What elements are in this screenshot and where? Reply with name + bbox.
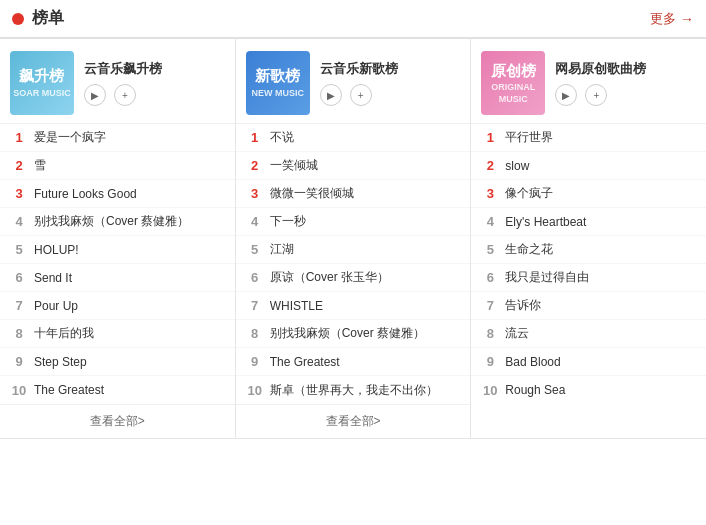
add-button-original[interactable]: + xyxy=(585,84,607,106)
chart-cover-original: 原创榜ORIGINAL MUSIC xyxy=(481,51,545,115)
item-title: The Greatest xyxy=(270,355,461,369)
list-item[interactable]: 8流云 xyxy=(471,320,706,348)
item-title: Bad Blood xyxy=(505,355,696,369)
chart-column-new: 新歌榜NEW MUSIC云音乐新歌榜▶+1不说2一笑倾城3微微一笑很倾城4下一秒… xyxy=(236,39,472,438)
item-title: Rough Sea xyxy=(505,383,696,397)
item-rank: 5 xyxy=(246,242,264,257)
item-rank: 9 xyxy=(481,354,499,369)
item-title: 爱是一个疯字 xyxy=(34,129,225,146)
list-item[interactable]: 9Bad Blood xyxy=(471,348,706,376)
list-item[interactable]: 3微微一笑很倾城 xyxy=(236,180,471,208)
item-title: 别找我麻烦（Cover 蔡健雅） xyxy=(34,213,225,230)
list-item[interactable]: 2一笑倾城 xyxy=(236,152,471,180)
item-rank: 7 xyxy=(10,298,28,313)
list-item[interactable]: 4下一秒 xyxy=(236,208,471,236)
list-item[interactable]: 7WHISTLE xyxy=(236,292,471,320)
item-title: 微微一笑很倾城 xyxy=(270,185,461,202)
list-item[interactable]: 1爱是一个疯字 xyxy=(0,124,235,152)
item-title: Step Step xyxy=(34,355,225,369)
chart-name-soar: 云音乐飙升榜 xyxy=(84,60,162,78)
list-item[interactable]: 6我只是过得自由 xyxy=(471,264,706,292)
list-item[interactable]: 5生命之花 xyxy=(471,236,706,264)
chart-cover-new: 新歌榜NEW MUSIC xyxy=(246,51,310,115)
chart-column-soar: 飙升榜SOAR MUSIC云音乐飙升榜▶+1爱是一个疯字2雪3Future Lo… xyxy=(0,39,236,438)
item-title: 江湖 xyxy=(270,241,461,258)
list-item[interactable]: 10The Greatest xyxy=(0,376,235,404)
item-rank: 6 xyxy=(10,270,28,285)
list-item[interactable]: 3像个疯子 xyxy=(471,180,706,208)
item-rank: 6 xyxy=(481,270,499,285)
list-item[interactable]: 5HOLUP! xyxy=(0,236,235,264)
item-rank: 4 xyxy=(481,214,499,229)
list-item[interactable]: 10斯卓（世界再大，我走不出你） xyxy=(236,376,471,404)
chart-name-original: 网易原创歌曲榜 xyxy=(555,60,646,78)
add-button-soar[interactable]: + xyxy=(114,84,136,106)
red-dot xyxy=(12,13,24,25)
list-item[interactable]: 2slow xyxy=(471,152,706,180)
item-title: Pour Up xyxy=(34,299,225,313)
item-title: Future Looks Good xyxy=(34,187,225,201)
header: 榜单 更多 → xyxy=(0,0,706,39)
more-link[interactable]: 更多 → xyxy=(650,10,694,28)
view-all-new[interactable]: 查看全部> xyxy=(236,404,471,438)
chart-cover-soar: 飙升榜SOAR MUSIC xyxy=(10,51,74,115)
list-item[interactable]: 8十年后的我 xyxy=(0,320,235,348)
chart-column-original: 原创榜ORIGINAL MUSIC网易原创歌曲榜▶+1平行世界2slow3像个疯… xyxy=(471,39,706,438)
item-rank: 4 xyxy=(10,214,28,229)
item-title: The Greatest xyxy=(34,383,225,397)
list-item[interactable]: 7Pour Up xyxy=(0,292,235,320)
item-rank: 10 xyxy=(246,383,264,398)
list-item[interactable]: 5江湖 xyxy=(236,236,471,264)
item-rank: 9 xyxy=(10,354,28,369)
list-item[interactable]: 6Send It xyxy=(0,264,235,292)
chart-name-new: 云音乐新歌榜 xyxy=(320,60,398,78)
item-title: 一笑倾城 xyxy=(270,157,461,174)
item-rank: 7 xyxy=(481,298,499,313)
item-title: 别找我麻烦（Cover 蔡健雅） xyxy=(270,325,461,342)
item-rank: 7 xyxy=(246,298,264,313)
item-title: 斯卓（世界再大，我走不出你） xyxy=(270,382,461,399)
item-title: 原谅（Cover 张玉华） xyxy=(270,269,461,286)
item-rank: 2 xyxy=(246,158,264,173)
item-title: HOLUP! xyxy=(34,243,225,257)
item-rank: 4 xyxy=(246,214,264,229)
list-item[interactable]: 10Rough Sea xyxy=(471,376,706,404)
item-rank: 1 xyxy=(10,130,28,145)
list-item[interactable]: 8别找我麻烦（Cover 蔡健雅） xyxy=(236,320,471,348)
item-title: 十年后的我 xyxy=(34,325,225,342)
item-rank: 2 xyxy=(10,158,28,173)
item-rank: 9 xyxy=(246,354,264,369)
item-rank: 3 xyxy=(246,186,264,201)
arrow-icon: → xyxy=(680,11,694,27)
item-title: 平行世界 xyxy=(505,129,696,146)
item-title: 流云 xyxy=(505,325,696,342)
play-button-original[interactable]: ▶ xyxy=(555,84,577,106)
item-rank: 6 xyxy=(246,270,264,285)
list-item[interactable]: 2雪 xyxy=(0,152,235,180)
list-item[interactable]: 9Step Step xyxy=(0,348,235,376)
item-title: Ely's Heartbeat xyxy=(505,215,696,229)
play-button-new[interactable]: ▶ xyxy=(320,84,342,106)
add-button-new[interactable]: + xyxy=(350,84,372,106)
list-item[interactable]: 4别找我麻烦（Cover 蔡健雅） xyxy=(0,208,235,236)
play-button-soar[interactable]: ▶ xyxy=(84,84,106,106)
item-title: 下一秒 xyxy=(270,213,461,230)
list-item[interactable]: 1平行世界 xyxy=(471,124,706,152)
item-rank: 1 xyxy=(246,130,264,145)
charts-container: 飙升榜SOAR MUSIC云音乐飙升榜▶+1爱是一个疯字2雪3Future Lo… xyxy=(0,39,706,439)
item-title: 我只是过得自由 xyxy=(505,269,696,286)
list-item[interactable]: 6原谅（Cover 张玉华） xyxy=(236,264,471,292)
list-item[interactable]: 3Future Looks Good xyxy=(0,180,235,208)
view-all-soar[interactable]: 查看全部> xyxy=(0,404,235,438)
list-item[interactable]: 4Ely's Heartbeat xyxy=(471,208,706,236)
list-item[interactable]: 7告诉你 xyxy=(471,292,706,320)
item-rank: 10 xyxy=(10,383,28,398)
item-rank: 5 xyxy=(481,242,499,257)
list-item[interactable]: 9The Greatest xyxy=(236,348,471,376)
item-rank: 10 xyxy=(481,383,499,398)
item-rank: 8 xyxy=(481,326,499,341)
item-title: slow xyxy=(505,159,696,173)
item-rank: 8 xyxy=(246,326,264,341)
page-title: 榜单 xyxy=(32,8,64,29)
list-item[interactable]: 1不说 xyxy=(236,124,471,152)
